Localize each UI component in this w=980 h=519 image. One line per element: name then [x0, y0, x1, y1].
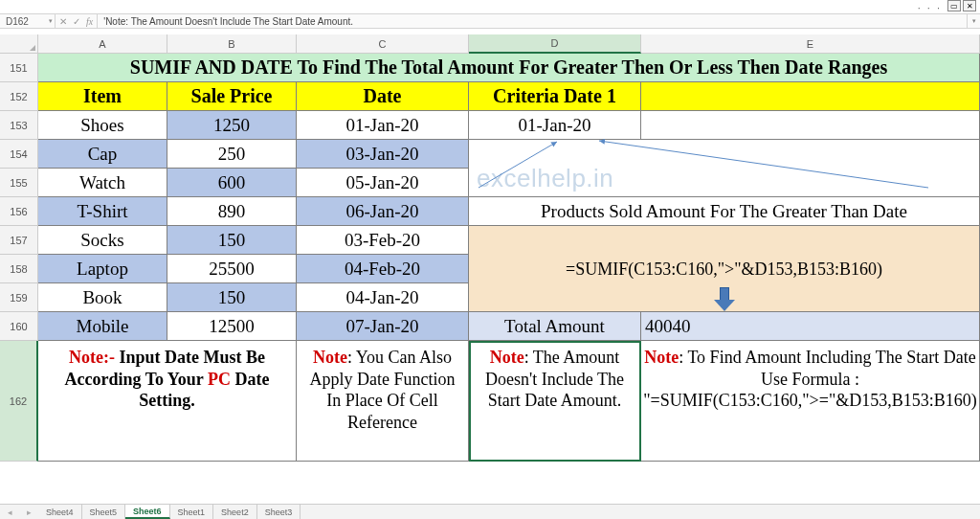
sheet-tab[interactable]: Sheet5: [82, 505, 126, 519]
sheet-tab[interactable]: Sheet6: [125, 505, 170, 519]
col-header-C[interactable]: C: [297, 34, 469, 54]
sheet-tab[interactable]: Sheet1: [170, 505, 214, 519]
row-header[interactable]: 160: [0, 312, 38, 341]
cell-item[interactable]: T-Shirt: [38, 197, 167, 226]
cell-price[interactable]: 250: [167, 140, 297, 169]
note-prefix: Note: [644, 348, 679, 367]
cell-date[interactable]: 05-Jan-20: [297, 169, 469, 197]
formula-bar-expand-icon[interactable]: ▾: [967, 14, 980, 28]
cell-price[interactable]: 600: [167, 169, 297, 197]
window-restore-button[interactable]: ▭: [947, 0, 961, 11]
cell-date[interactable]: 04-Jan-20: [297, 283, 469, 312]
sheet-tab[interactable]: Sheet3: [257, 505, 301, 519]
cell-price[interactable]: 1250: [167, 111, 297, 140]
cell-date[interactable]: 03-Jan-20: [297, 140, 469, 169]
row-header[interactable]: 156: [0, 197, 38, 226]
note-prefix: Note: [490, 348, 524, 367]
row-header[interactable]: 159: [0, 283, 38, 312]
cell-price[interactable]: 150: [167, 226, 297, 255]
name-box[interactable]: D162 ▾: [0, 14, 56, 28]
row-header[interactable]: 158: [0, 255, 38, 283]
cell-item[interactable]: Book: [38, 283, 167, 312]
cell-item[interactable]: Shoes: [38, 111, 167, 140]
cell-price[interactable]: 890: [167, 197, 297, 226]
row-header[interactable]: 152: [0, 82, 38, 111]
note-2[interactable]: Note: You Can Also Apply Date Function I…: [297, 341, 469, 462]
row-header[interactable]: 155: [0, 169, 38, 197]
note-4[interactable]: Note: To Find Amount Including The Start…: [641, 341, 980, 462]
note-prefix: Note:-: [69, 348, 119, 367]
data-row: 153 Shoes 1250 01-Jan-20 01-Jan-20: [0, 111, 980, 140]
select-all-corner[interactable]: [0, 34, 38, 54]
cell-merged-blank[interactable]: [469, 140, 980, 169]
cell-formula-area[interactable]: [469, 226, 980, 255]
note-pc: PC: [208, 370, 231, 389]
cell-date[interactable]: 06-Jan-20: [297, 197, 469, 226]
hdr-price[interactable]: Sale Price: [167, 82, 297, 111]
data-row: 160 Mobile 12500 07-Jan-20 Total Amount …: [0, 312, 980, 341]
column-headers: A B C D E: [0, 34, 980, 54]
cell-date[interactable]: 07-Jan-20: [297, 312, 469, 341]
cell-date[interactable]: 04-Feb-20: [297, 255, 469, 283]
cell-criteria-value[interactable]: 01-Jan-20: [469, 111, 641, 140]
col-header-D[interactable]: D: [469, 34, 641, 54]
name-box-value: D162: [6, 16, 29, 27]
tab-nav-next-icon[interactable]: ▸: [27, 508, 32, 517]
cell-empty[interactable]: [641, 82, 980, 111]
col-header-B[interactable]: B: [167, 34, 297, 54]
sheet-tab[interactable]: Sheet4: [38, 505, 82, 519]
cell-date[interactable]: 03-Feb-20: [297, 226, 469, 255]
note-3[interactable]: Note: The Amount Doesn't Include The Sta…: [469, 341, 641, 462]
col-header-E[interactable]: E: [641, 34, 980, 54]
row-title: 151 SUMIF AND DATE To Find The Total Amo…: [0, 54, 980, 82]
tab-nav-prev-icon[interactable]: ◂: [8, 508, 12, 517]
data-row: 158 Laptop 25500 04-Feb-20 =SUMIF(C153:C…: [0, 255, 980, 283]
row-header[interactable]: 162: [0, 341, 38, 462]
note-text: : To Find Amount Including The Start Dat…: [643, 348, 977, 410]
sheet-tab[interactable]: Sheet2: [213, 505, 257, 519]
formula-bar-input[interactable]: 'Note: The Amount Doesn't Include The St…: [98, 16, 967, 27]
cell-price[interactable]: 150: [167, 283, 297, 312]
cancel-formula-icon[interactable]: ✕: [59, 16, 67, 27]
hdr-criteria[interactable]: Criteria Date 1: [469, 82, 641, 111]
cell-merged-blank[interactable]: [469, 169, 980, 197]
accept-formula-icon[interactable]: ✓: [73, 16, 80, 27]
grid-body: 151 SUMIF AND DATE To Find The Total Amo…: [0, 54, 980, 462]
title-cell[interactable]: SUMIF AND DATE To Find The Total Amount …: [38, 54, 980, 82]
row-header[interactable]: 151: [0, 54, 38, 82]
cell-price[interactable]: 25500: [167, 255, 297, 283]
hdr-item[interactable]: Item: [38, 82, 167, 111]
row-header[interactable]: 157: [0, 226, 38, 255]
fx-icon[interactable]: fx: [86, 16, 93, 27]
cell-price[interactable]: 12500: [167, 312, 297, 341]
row-header[interactable]: 154: [0, 140, 38, 169]
data-row: 154 Cap 250 03-Jan-20: [0, 140, 980, 169]
cell-total-value[interactable]: 40040: [641, 312, 980, 341]
cell-caption[interactable]: Products Sold Amount For The Greater Tha…: [469, 197, 980, 226]
cell-date[interactable]: 01-Jan-20: [297, 111, 469, 140]
hdr-date[interactable]: Date: [297, 82, 469, 111]
data-row: 157 Socks 150 03-Feb-20: [0, 226, 980, 255]
cell-total-label[interactable]: Total Amount: [469, 312, 641, 341]
window-menu-dots[interactable]: · · ·: [918, 2, 942, 13]
cell-item[interactable]: Watch: [38, 169, 167, 197]
cell-formula[interactable]: =SUMIF(C153:C160,">"&D153,B153:B160): [469, 255, 980, 283]
cell-empty[interactable]: [641, 111, 980, 140]
data-row: 159 Book 150 04-Jan-20: [0, 283, 980, 312]
cell-item[interactable]: Mobile: [38, 312, 167, 341]
row-header[interactable]: 153: [0, 111, 38, 140]
note-prefix: Note: [313, 348, 347, 367]
data-row: 156 T-Shirt 890 06-Jan-20 Products Sold …: [0, 197, 980, 226]
tab-nav[interactable]: ◂▸: [0, 508, 38, 517]
spreadsheet-area: A B C D E 151 SUMIF AND DATE To Find The…: [0, 34, 980, 504]
name-box-dropdown-icon[interactable]: ▾: [49, 17, 53, 25]
window-close-button[interactable]: ✕: [963, 0, 976, 11]
cell-item[interactable]: Cap: [38, 140, 167, 169]
cell-formula-area[interactable]: [469, 283, 980, 312]
window-controls: ▭ ✕: [946, 0, 976, 11]
note-1[interactable]: Note:- Input Date Must Be According To Y…: [38, 341, 297, 462]
col-header-A[interactable]: A: [38, 34, 167, 54]
formula-buttons: ✕ ✓ fx: [56, 14, 98, 28]
cell-item[interactable]: Laptop: [38, 255, 167, 283]
cell-item[interactable]: Socks: [38, 226, 167, 255]
